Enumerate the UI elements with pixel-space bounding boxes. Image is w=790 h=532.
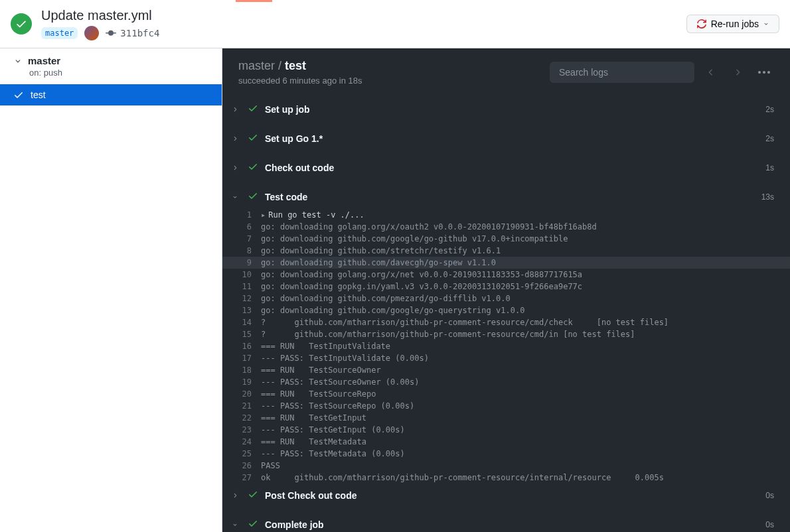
log-line: 10go: downloading golang.org/x/net v0.0.… [222,269,790,281]
log-line: 8go: downloading github.com/stretchr/tes… [222,245,790,257]
check-icon [248,103,258,113]
branch-badge[interactable]: master [41,27,78,39]
log-line: 21--- PASS: TestSourceRepo (0.00s) [222,400,790,412]
chevron-left-icon [706,68,716,77]
log-line: 23--- PASS: TestGetInput (0.00s) [222,424,790,436]
rerun-jobs-button[interactable]: Re-run jobs [686,15,779,33]
line-number: 22 [232,412,252,424]
line-number: 12 [232,293,252,304]
log-line: 14? github.com/mtharrison/github-pr-comm… [222,316,790,328]
workflow-name: master [28,55,60,66]
step-duration: 1s [765,163,774,172]
chevron-down-icon [13,56,23,66]
log-line: 7go: downloading github.com/google/go-gi… [222,233,790,245]
step-row[interactable]: Set up Go 1.* 2s [222,127,790,151]
sync-icon [696,19,707,29]
log-panel: master / test succeeded 6 minutes ago in… [222,48,790,532]
commit-sha-text: 311bfc4 [120,28,159,38]
line-number: 13 [232,304,252,316]
step-label: Set up Go 1.* [265,133,765,144]
log-line: 6go: downloading golang.org/x/oauth2 v0.… [222,221,790,233]
line-number: 6 [232,221,252,233]
check-icon [248,518,258,529]
line-number: 24 [232,436,252,448]
next-button[interactable] [728,62,748,82]
search-logs-input[interactable] [550,62,694,83]
chevron-down-icon [763,21,769,27]
workflow-item[interactable]: master on: push [0,48,222,84]
check-icon [248,190,258,201]
workflow-trigger: on: push [29,68,208,78]
check-icon [248,489,258,499]
log-line: 9go: downloading github.com/davecgh/go-s… [222,257,790,269]
chevron-down-icon [232,521,238,528]
log-line: 1▸Run go test -v ./... [222,209,790,221]
line-number: 8 [232,245,252,257]
line-number: 27 [232,472,252,484]
chevron-right-icon [232,165,238,171]
line-number: 20 [232,388,252,400]
log-line: 11go: downloading gopkg.in/yaml.v3 v3.0.… [222,281,790,293]
step-label: Set up job [265,104,765,115]
log-line: 26PASS [222,460,790,472]
log-output: 1▸Run go test -v ./...6go: downloading g… [222,209,790,484]
job-name: test [31,90,46,100]
log-line: 22=== RUN TestGetInput [222,412,790,424]
avatar[interactable] [84,26,99,40]
step-row[interactable]: Complete job 0s [222,513,790,532]
breadcrumb-parent: master [238,59,275,72]
line-number: 23 [232,424,252,436]
step-duration: 0s [765,520,774,529]
step-label: Check out code [265,163,765,173]
step-row[interactable]: Check out code 1s [222,156,790,180]
step-row[interactable]: Test code 13s [222,185,790,209]
log-line: 25--- PASS: TestMetadata (0.00s) [222,448,790,460]
log-line: 16=== RUN TestInputValidate [222,340,790,352]
page-title: Update master.yml [41,7,686,23]
line-number: 21 [232,400,252,412]
active-tab-indicator [236,0,272,2]
step-label: Test code [265,192,761,202]
log-line: 15? github.com/mtharrison/github-pr-comm… [222,328,790,340]
rerun-jobs-label: Re-run jobs [711,19,759,29]
prev-button[interactable] [701,62,721,82]
line-number: 26 [232,460,252,472]
line-number: 14 [232,316,252,328]
check-icon [248,132,258,143]
line-number: 7 [232,233,252,245]
breadcrumb: master / test [238,59,543,73]
jobs-sidebar: master on: push test [0,48,222,532]
status-badge-success [11,13,32,34]
line-number: 17 [232,352,252,364]
step-duration: 2s [765,134,774,143]
line-number: 11 [232,281,252,293]
chevron-right-icon [232,492,238,499]
job-status-text: succeeded 6 minutes ago in 18s [238,76,543,86]
job-item-test[interactable]: test [0,84,222,105]
step-row[interactable]: Post Check out code 0s [222,484,790,507]
more-menu-button[interactable] [754,71,774,74]
check-icon [248,161,258,172]
chevron-right-icon [232,106,238,113]
log-line: 20=== RUN TestSourceRepo [222,388,790,400]
breadcrumb-current: test [285,59,306,72]
chevron-right-icon [733,68,742,77]
line-number: 9 [232,257,252,269]
log-line: 13go: downloading github.com/google/go-q… [222,304,790,316]
log-line: 18=== RUN TestSourceOwner [222,364,790,376]
line-number: 15 [232,328,252,340]
line-number: 19 [232,376,252,388]
log-line: 24=== RUN TestMetadata [222,436,790,448]
check-icon [13,90,24,100]
workflow-header: Update master.yml master 311bfc4 Re-run … [0,0,790,48]
line-number: 18 [232,364,252,376]
commit-icon [106,28,116,38]
step-duration: 13s [761,192,774,202]
chevron-right-icon [232,135,238,142]
log-line: 12go: downloading github.com/pmezard/go-… [222,293,790,304]
commit-sha[interactable]: 311bfc4 [106,28,159,38]
line-number: 25 [232,448,252,460]
log-line: 27ok github.com/mtharrison/github-pr-com… [222,472,790,484]
step-row[interactable]: Set up job 2s [222,98,790,121]
line-number: 16 [232,340,252,352]
